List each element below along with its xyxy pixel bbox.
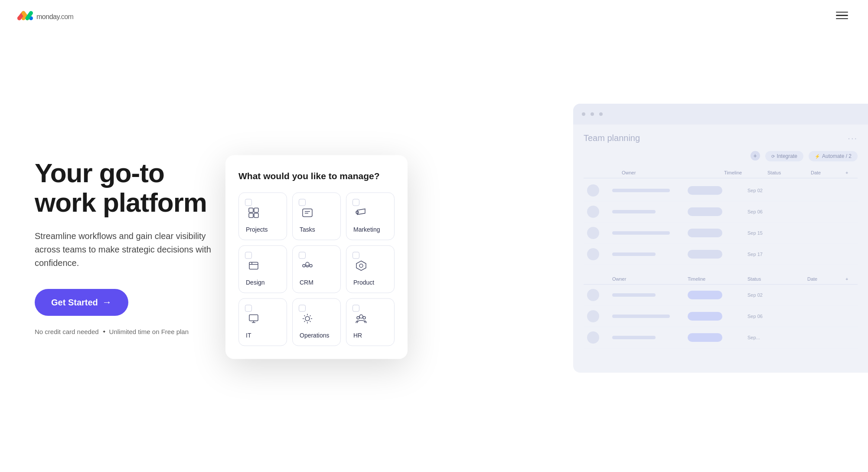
option-card-it[interactable]: IT xyxy=(238,298,287,346)
dot-1 xyxy=(582,112,585,116)
logo[interactable]: monday.com xyxy=(17,9,73,22)
timeline-bar xyxy=(612,336,656,339)
table-header-1: Owner Timeline Status Date + xyxy=(584,167,858,178)
status-pill xyxy=(688,291,722,299)
crm-icon xyxy=(300,258,315,274)
svg-point-30 xyxy=(363,317,365,319)
svg-point-19 xyxy=(306,262,309,266)
option-card-hr[interactable]: HR xyxy=(346,298,395,346)
automate-pill[interactable]: ⚡ Automate / 2 xyxy=(809,151,858,161)
avatar xyxy=(587,248,599,260)
svg-rect-7 xyxy=(249,208,253,213)
date-cell: Sep 02 xyxy=(747,188,804,193)
hamburger-bar-2 xyxy=(836,15,848,16)
manage-modal: What would you like to manage? Projects xyxy=(225,155,408,359)
option-checkbox-hr[interactable] xyxy=(352,305,359,312)
fine-print: No credit card needed ✦ Unlimited time o… xyxy=(35,328,217,335)
table-row: Sep 06 xyxy=(584,306,858,327)
dot-3 xyxy=(599,112,603,116)
option-card-operations[interactable]: Operations xyxy=(292,298,341,346)
option-card-design[interactable]: Design xyxy=(238,246,287,293)
svg-point-27 xyxy=(305,317,310,321)
option-checkbox-it[interactable] xyxy=(245,305,252,312)
col-timeline-2: Timeline xyxy=(688,276,744,282)
diamond-separator: ✦ xyxy=(102,329,106,334)
svg-rect-8 xyxy=(254,208,258,213)
dashboard-background: Team planning ··· + ⟳ Integrate ⚡ Automa… xyxy=(573,104,868,373)
svg-point-23 xyxy=(359,264,363,268)
col-timeline-1: Timeline xyxy=(724,170,767,175)
timeline-bar xyxy=(612,252,656,256)
dashboard-body: Team planning ··· + ⟳ Integrate ⚡ Automa… xyxy=(573,125,868,357)
option-checkbox-design[interactable] xyxy=(245,252,252,259)
avatar xyxy=(587,310,599,322)
option-label-crm: CRM xyxy=(300,279,313,286)
status-pill xyxy=(688,312,722,321)
hero-right: Team planning ··· + ⟳ Integrate ⚡ Automa… xyxy=(208,95,851,399)
cta-arrow-icon: → xyxy=(102,297,112,308)
tasks-icon xyxy=(300,205,315,221)
table-row: Sep 06 xyxy=(584,201,858,223)
it-icon xyxy=(246,311,261,327)
option-card-marketing[interactable]: Marketing xyxy=(346,193,395,240)
svg-point-29 xyxy=(357,317,359,319)
option-label-operations: Operations xyxy=(300,332,329,339)
svg-rect-9 xyxy=(249,213,253,218)
hamburger-bar-1 xyxy=(836,12,848,13)
timeline-bar xyxy=(612,210,656,213)
svg-rect-24 xyxy=(249,315,258,321)
status-pill xyxy=(688,250,722,259)
option-card-crm[interactable]: CRM xyxy=(292,246,341,293)
get-started-button[interactable]: Get Started → xyxy=(35,289,128,316)
option-checkbox-crm[interactable] xyxy=(299,252,306,259)
option-checkbox-projects[interactable] xyxy=(245,199,252,206)
options-grid: Projects Tasks Marketing xyxy=(238,193,395,346)
option-card-product[interactable]: Product xyxy=(346,246,395,293)
col-status-2: Status xyxy=(747,276,804,282)
timeline-bar xyxy=(612,189,670,192)
avatar xyxy=(587,289,599,301)
modal-title: What would you like to manage? xyxy=(238,171,395,181)
avatar xyxy=(587,227,599,239)
timeline-bar xyxy=(612,231,670,235)
timeline-bar xyxy=(612,293,656,297)
table-row: Sep 02 xyxy=(584,285,858,306)
option-checkbox-marketing[interactable] xyxy=(352,199,359,206)
option-checkbox-tasks[interactable] xyxy=(299,199,306,206)
date-cell: Sep 06 xyxy=(747,314,804,319)
svg-rect-11 xyxy=(303,209,312,217)
avatar xyxy=(587,331,599,344)
date-cell: Sep 17 xyxy=(747,252,804,257)
svg-rect-16 xyxy=(249,262,258,269)
hamburger-menu-button[interactable] xyxy=(833,9,851,22)
col-add-2: + xyxy=(845,276,854,282)
marketing-icon xyxy=(353,205,369,221)
table-header-2: Owner Timeline Status Date + xyxy=(584,273,858,285)
integrate-pill[interactable]: ⟳ Integrate xyxy=(765,151,803,161)
dot-2 xyxy=(591,112,594,116)
table-row: Sep 15 xyxy=(584,223,858,244)
table-row: Sep 02 xyxy=(584,180,858,201)
status-pill xyxy=(688,333,722,342)
hamburger-bar-3 xyxy=(836,18,848,20)
option-checkbox-product[interactable] xyxy=(352,252,359,259)
operations-icon xyxy=(300,311,315,327)
table-row: Sep 17 xyxy=(584,244,858,265)
logo-wordmark: monday.com xyxy=(36,9,73,22)
option-label-marketing: Marketing xyxy=(353,226,380,233)
option-checkbox-operations[interactable] xyxy=(299,305,306,312)
col-status-1: Status xyxy=(767,170,811,175)
option-label-design: Design xyxy=(246,279,265,286)
option-card-tasks[interactable]: Tasks xyxy=(292,193,341,240)
svg-point-21 xyxy=(310,265,312,267)
col-date-2: Date xyxy=(807,276,842,282)
fine-print-1: No credit card needed xyxy=(35,328,99,335)
option-card-projects[interactable]: Projects xyxy=(238,193,287,240)
projects-icon xyxy=(246,205,261,221)
svg-marker-22 xyxy=(356,261,366,271)
dashboard-header xyxy=(573,104,868,125)
add-button[interactable]: + xyxy=(751,151,760,161)
col-add-1: + xyxy=(845,170,854,175)
product-icon xyxy=(353,258,369,274)
option-label-projects: Projects xyxy=(246,226,268,233)
